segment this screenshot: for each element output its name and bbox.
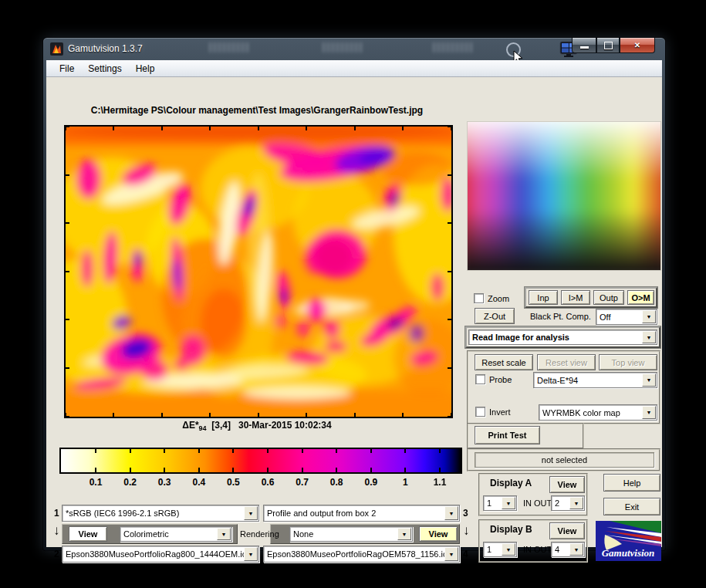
colorbar-tick-label: 0.8: [330, 477, 343, 488]
colormap-dropdown[interactable]: WYRMBK color map ▼: [539, 404, 657, 421]
colorbar-tick: [232, 468, 234, 472]
menu-file[interactable]: File: [52, 63, 81, 74]
caption-metric-sub: 94: [199, 424, 207, 432]
analysis-dropdown[interactable]: Read Image for analysis ▼: [468, 329, 657, 345]
window-title: Gamutvision 1.3.7: [68, 43, 143, 54]
restore-icon: [604, 42, 613, 49]
colorbar-tick: [404, 468, 406, 472]
inp-button[interactable]: Inp: [529, 290, 558, 305]
dropdown-arrow-icon[interactable]: ▼: [217, 528, 231, 540]
minimize-button[interactable]: [572, 38, 596, 53]
box3-profile-dropdown[interactable]: Profile and output from box 2 ▼: [263, 505, 460, 522]
colorbar-tick: [302, 468, 303, 472]
colorbar-tick: [404, 448, 406, 453]
colorbar-tick: [336, 448, 337, 453]
reset-scale-button[interactable]: Reset scale: [475, 354, 533, 370]
probe-checkbox[interactable]: [475, 374, 485, 384]
delta-e-map-plot[interactable]: [64, 125, 453, 418]
colorbar-tick: [232, 448, 234, 453]
flow-arrow-right-icon: ↓: [463, 523, 470, 539]
display-a-out-dropdown[interactable]: 2 ▼: [551, 495, 585, 511]
colorbar-tick: [439, 448, 441, 453]
box1-profile-dropdown[interactable]: *sRGB (IEC6 1996-2.1 sRGB) ▼: [62, 505, 259, 522]
zoom-checkbox[interactable]: [474, 293, 484, 303]
print-test-button[interactable]: Print Test: [475, 426, 540, 444]
minimize-icon: [580, 46, 589, 49]
black-pt-comp-dropdown[interactable]: Off ▼: [596, 309, 657, 325]
box1-number: 1: [54, 508, 59, 519]
colorbar-tick: [267, 448, 269, 453]
top-view-button[interactable]: Top view: [599, 354, 657, 370]
exit-button[interactable]: Exit: [603, 498, 660, 515]
dropdown-arrow-icon[interactable]: ▼: [444, 547, 458, 561]
dropdown-arrow-icon[interactable]: ▼: [642, 310, 656, 323]
dropdown-arrow-icon[interactable]: ▼: [444, 506, 458, 520]
dropdown-arrow-icon[interactable]: ▼: [642, 373, 656, 387]
titlebar[interactable]: Gamutvision 1.3.7 ✕: [43, 38, 665, 60]
intent-dropdown[interactable]: Colorimetric ▼: [120, 526, 232, 542]
colorbar-tick: [164, 468, 165, 472]
not-selected-field: not selected: [475, 452, 654, 468]
o-to-m-button[interactable]: O>M: [627, 290, 654, 305]
reset-view-button[interactable]: Reset view: [537, 354, 596, 370]
caption-timestamp: 30-Mar-2015 10:02:34: [238, 420, 332, 431]
menu-bar: File Settings Help: [46, 60, 662, 77]
display-b-in-dropdown[interactable]: 1 ▼: [483, 542, 517, 557]
view-left-button[interactable]: View: [69, 526, 107, 542]
colorbar: [59, 448, 462, 474]
dropdown-arrow-icon[interactable]: ▼: [642, 406, 656, 419]
colorbar-tick-label: 0.6: [262, 477, 275, 488]
menu-settings[interactable]: Settings: [81, 63, 128, 74]
outp-button[interactable]: Outp: [593, 290, 624, 305]
colorbar-tick: [336, 468, 337, 472]
colorbar-tick: [370, 468, 372, 472]
dropdown-arrow-icon[interactable]: ▼: [502, 543, 515, 556]
colorbar-tick: [130, 448, 131, 453]
rendering-label: Rendering: [240, 529, 279, 539]
i-to-m-button[interactable]: I>M: [561, 290, 590, 305]
granger-rainbow-preview[interactable]: [467, 121, 661, 271]
help-button[interactable]: Help: [603, 474, 660, 492]
probe-metric-dropdown[interactable]: Delta-E*94 ▼: [533, 372, 657, 388]
box2-number: 2: [54, 549, 59, 559]
box2-profile-dropdown[interactable]: Epson3880MuseoPortfolioRag800_1444OEM.ic…: [62, 546, 259, 563]
dropdown-arrow-icon[interactable]: ▼: [397, 528, 411, 540]
display-b-out-dropdown[interactable]: 4 ▼: [551, 542, 585, 557]
dropdown-arrow-icon[interactable]: ▼: [502, 497, 515, 509]
app-window: Gamutvision 1.3.7 ✕ File Settings Help C…: [42, 37, 666, 551]
black-pt-comp-label: Black Pt. Comp.: [530, 312, 591, 321]
dropdown-arrow-icon[interactable]: ▼: [569, 497, 583, 509]
close-button[interactable]: ✕: [620, 38, 655, 53]
colorbar-tick: [95, 448, 96, 453]
box4-profile-dropdown[interactable]: Epson3880MuseoPortfolioRagOEM578_1156.ic…: [263, 546, 460, 563]
colorbar-tick-label: 0.1: [90, 477, 103, 488]
invert-checkbox[interactable]: [475, 407, 485, 417]
colorbar-tick-label: 0.3: [158, 477, 171, 488]
box4-number: 4: [463, 549, 468, 559]
colorbar-tick: [198, 468, 200, 472]
rendering-dropdown[interactable]: None ▼: [289, 526, 413, 542]
menu-help[interactable]: Help: [129, 63, 162, 74]
display-a-in-dropdown[interactable]: 1 ▼: [483, 495, 517, 511]
restore-button[interactable]: [596, 38, 620, 53]
titlebar-glass-reflection: [209, 42, 249, 52]
colorbar-tick: [439, 468, 441, 472]
flow-arrow-left-icon: ↓: [53, 523, 60, 539]
view-right-button[interactable]: View: [419, 526, 458, 542]
dropdown-arrow-icon[interactable]: ▼: [244, 547, 258, 561]
titlebar-glass-reflection: [323, 42, 363, 52]
display-a-view-button[interactable]: View: [549, 476, 585, 493]
display-a-title: Display A: [490, 478, 532, 488]
dropdown-arrow-icon[interactable]: ▼: [569, 543, 583, 556]
image-path-label: C:\Hermitage PS\Colour management\Test I…: [64, 105, 450, 116]
plot-ticks-bottom: [66, 413, 451, 417]
logo-text: Gamutvision: [602, 547, 655, 559]
display-b-view-button[interactable]: View: [549, 522, 585, 539]
dropdown-arrow-icon[interactable]: ▼: [244, 506, 258, 520]
display-b-inout-label: IN OUT: [523, 545, 552, 554]
display-a-inout-label: IN OUT: [523, 498, 552, 508]
colorbar-tick-label: 0.2: [123, 477, 137, 488]
dropdown-arrow-icon[interactable]: ▼: [642, 331, 656, 343]
z-out-button[interactable]: Z-Out: [475, 308, 515, 324]
colorbar-tick: [95, 468, 96, 472]
